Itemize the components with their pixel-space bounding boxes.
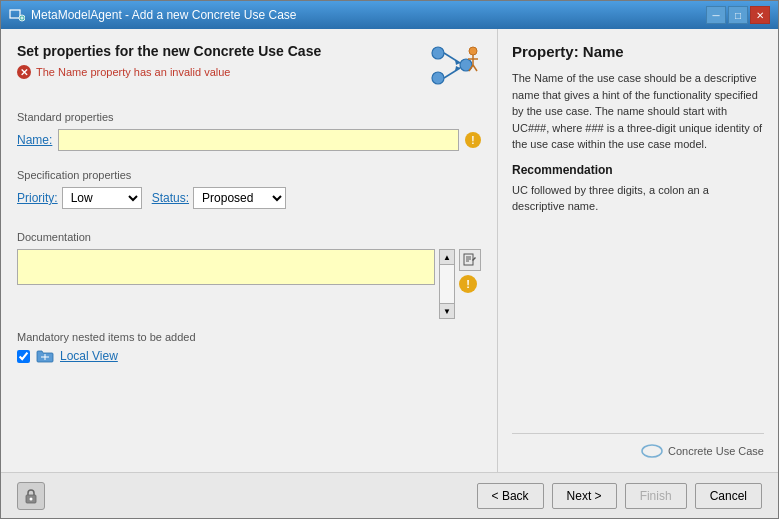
finish-button[interactable]: Finish bbox=[625, 483, 687, 509]
left-panel: Set properties for the new Concrete Use … bbox=[1, 29, 498, 472]
edit-doc-button[interactable] bbox=[459, 249, 481, 271]
svg-point-23 bbox=[642, 445, 662, 457]
recommendation-text: UC followed by three digits, a colon an … bbox=[512, 182, 764, 215]
title-bar: MetaModelAgent - Add a new Concrete Use … bbox=[1, 1, 778, 29]
scroll-down-btn[interactable]: ▼ bbox=[439, 303, 455, 319]
use-case-label: Concrete Use Case bbox=[668, 445, 764, 457]
close-button[interactable]: ✕ bbox=[750, 6, 770, 24]
restore-button[interactable]: □ bbox=[728, 6, 748, 24]
use-case-graphic bbox=[423, 43, 481, 93]
lock-icon bbox=[23, 488, 39, 504]
doc-warning-icon: ! bbox=[459, 275, 477, 293]
left-panel-header: Set properties for the new Concrete Use … bbox=[17, 43, 481, 93]
concrete-use-case-badge: Concrete Use Case bbox=[641, 444, 764, 458]
priority-select[interactable]: Low Medium High bbox=[62, 187, 142, 209]
right-panel: Property: Name The Name of the use case … bbox=[498, 29, 778, 472]
documentation-section: Documentation ▲ ▼ bbox=[17, 221, 481, 319]
doc-side-icons: ! bbox=[459, 249, 481, 293]
standard-properties-label: Standard properties bbox=[17, 111, 481, 123]
doc-area-wrapper: ▲ ▼ bbox=[17, 249, 481, 319]
error-icon: ✕ bbox=[17, 65, 31, 79]
status-group: Status: Proposed Active Deprecated bbox=[152, 187, 286, 209]
priority-group: Priority: Low Medium High bbox=[17, 187, 142, 209]
svg-line-15 bbox=[473, 65, 477, 71]
back-button[interactable]: < Back bbox=[477, 483, 544, 509]
title-bar-controls: ─ □ ✕ bbox=[706, 6, 770, 24]
error-message: The Name property has an invalid value bbox=[36, 66, 230, 78]
mandatory-title: Mandatory nested items to be added bbox=[17, 331, 481, 343]
main-title: Set properties for the new Concrete Use … bbox=[17, 43, 415, 59]
bottom-bar: < Back Next > Finish Cancel bbox=[1, 472, 778, 518]
specification-properties-label: Specification properties bbox=[17, 169, 481, 181]
svg-rect-0 bbox=[10, 10, 20, 18]
minimize-button[interactable]: ─ bbox=[706, 6, 726, 24]
status-label[interactable]: Status: bbox=[152, 191, 189, 205]
doc-scrollbar: ▲ ▼ bbox=[439, 249, 455, 319]
name-label[interactable]: Name: bbox=[17, 133, 52, 147]
svg-point-25 bbox=[30, 497, 33, 500]
svg-point-5 bbox=[432, 72, 444, 84]
app-icon bbox=[9, 7, 25, 23]
scroll-track bbox=[439, 265, 455, 303]
scroll-up-btn[interactable]: ▲ bbox=[439, 249, 455, 265]
status-select[interactable]: Proposed Active Deprecated bbox=[193, 187, 286, 209]
svg-point-11 bbox=[469, 47, 477, 55]
priority-label[interactable]: Priority: bbox=[17, 191, 58, 205]
property-footer: Concrete Use Case bbox=[512, 433, 764, 458]
recommendation-title: Recommendation bbox=[512, 163, 764, 177]
mandatory-section: Mandatory nested items to be added Local… bbox=[17, 331, 481, 363]
cancel-button[interactable]: Cancel bbox=[695, 483, 762, 509]
next-button[interactable]: Next > bbox=[552, 483, 617, 509]
svg-point-4 bbox=[432, 47, 444, 59]
content-area: Set properties for the new Concrete Use … bbox=[1, 29, 778, 472]
error-line: ✕ The Name property has an invalid value bbox=[17, 65, 415, 79]
window-title: MetaModelAgent - Add a new Concrete Use … bbox=[31, 8, 296, 22]
documentation-label: Documentation bbox=[17, 231, 481, 243]
local-view-link[interactable]: Local View bbox=[60, 349, 118, 363]
edit-icon bbox=[463, 253, 477, 267]
property-description: The Name of the use case should be a des… bbox=[512, 70, 764, 153]
lock-button[interactable] bbox=[17, 482, 45, 510]
use-case-oval-icon bbox=[641, 444, 663, 458]
local-view-folder-icon bbox=[36, 349, 54, 363]
documentation-textarea[interactable] bbox=[17, 249, 435, 285]
svg-line-7 bbox=[444, 53, 460, 63]
local-view-checkbox[interactable] bbox=[17, 350, 30, 363]
title-bar-left: MetaModelAgent - Add a new Concrete Use … bbox=[9, 7, 296, 23]
checkbox-row: Local View bbox=[17, 349, 481, 363]
spec-row: Priority: Low Medium High Status: Propos… bbox=[17, 187, 481, 209]
name-input[interactable] bbox=[58, 129, 459, 151]
svg-line-8 bbox=[444, 68, 460, 78]
header-text: Set properties for the new Concrete Use … bbox=[17, 43, 415, 79]
name-warning-icon: ! bbox=[465, 132, 481, 148]
property-title: Property: Name bbox=[512, 43, 764, 60]
main-window: MetaModelAgent - Add a new Concrete Use … bbox=[0, 0, 779, 519]
name-field-row: Name: ! bbox=[17, 129, 481, 151]
